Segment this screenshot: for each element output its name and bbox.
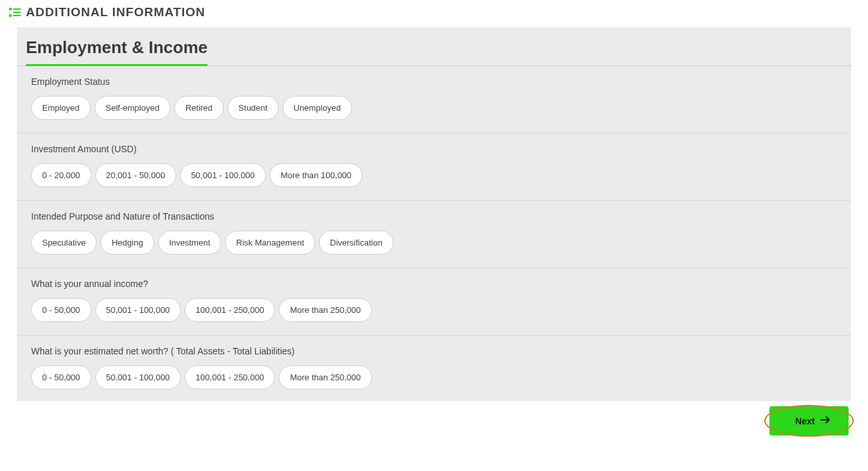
page-title: ADDITIONAL INFORMATION <box>26 5 205 19</box>
form-section: Investment Amount (USD)0 - 20,00020,001 … <box>17 133 851 201</box>
option-pill[interactable]: 0 - 20,000 <box>31 163 91 187</box>
option-pill[interactable]: Unemployed <box>283 96 352 120</box>
section-label: What is your estimated net worth? ( Tota… <box>31 346 837 356</box>
section-label: What is your annual income? <box>31 279 837 289</box>
option-pill[interactable]: 50,001 - 100,000 <box>95 365 181 389</box>
option-pill[interactable]: Speculative <box>31 231 97 255</box>
option-row: SpeculativeHedgingInvestmentRisk Managem… <box>31 231 837 255</box>
next-button-label: Next <box>795 416 815 426</box>
option-pill[interactable]: More than 100,000 <box>270 163 362 187</box>
option-pill[interactable]: 20,001 - 50,000 <box>95 163 176 187</box>
svg-rect-2 <box>9 14 12 17</box>
option-pill[interactable]: Retired <box>174 96 224 120</box>
page-header: ADDITIONAL INFORMATION <box>0 0 868 27</box>
option-pill[interactable]: Diversification <box>319 231 393 255</box>
option-pill[interactable]: Student <box>228 96 279 120</box>
option-pill[interactable]: Employed <box>31 96 91 120</box>
form-card: Employment & Income Employment StatusEmp… <box>17 27 851 401</box>
option-pill[interactable]: 0 - 50,000 <box>31 298 91 322</box>
option-pill[interactable]: Investment <box>158 231 222 255</box>
option-row: EmployedSelf-employedRetiredStudentUnemp… <box>31 96 837 120</box>
arrow-right-icon <box>820 415 830 426</box>
option-pill[interactable]: More than 250,000 <box>279 365 371 389</box>
option-pill[interactable]: More than 250,000 <box>279 298 371 322</box>
svg-rect-0 <box>9 8 12 10</box>
list-icon <box>9 8 21 17</box>
option-pill[interactable]: 0 - 50,000 <box>31 365 91 389</box>
option-pill[interactable]: Self-employed <box>95 96 170 120</box>
form-section: What is your estimated net worth? ( Tota… <box>17 336 851 401</box>
svg-rect-4 <box>9 11 12 14</box>
footer: Next <box>0 401 868 448</box>
svg-rect-1 <box>13 8 21 10</box>
option-pill[interactable]: 100,001 - 250,000 <box>185 298 276 322</box>
section-label: Investment Amount (USD) <box>31 144 837 154</box>
next-button[interactable]: Next <box>769 406 849 435</box>
option-pill[interactable]: 50,001 - 100,000 <box>180 163 266 187</box>
section-label: Intended Purpose and Nature of Transacti… <box>31 211 837 222</box>
option-pill[interactable]: 100,001 - 250,000 <box>185 365 276 389</box>
option-row: 0 - 20,00020,001 - 50,00050,001 - 100,00… <box>31 163 837 187</box>
form-section: Employment StatusEmployedSelf-employedRe… <box>17 66 851 133</box>
option-row: 0 - 50,00050,001 - 100,000100,001 - 250,… <box>31 298 837 322</box>
form-section: Intended Purpose and Nature of Transacti… <box>17 201 851 268</box>
svg-rect-3 <box>13 15 21 16</box>
option-row: 0 - 50,00050,001 - 100,000100,001 - 250,… <box>31 365 837 389</box>
option-pill[interactable]: Risk Management <box>225 231 315 255</box>
option-pill[interactable]: 50,001 - 100,000 <box>95 298 181 322</box>
section-label: Employment Status <box>31 76 837 87</box>
card-title: Employment & Income <box>26 38 207 66</box>
option-pill[interactable]: Hedging <box>100 231 154 255</box>
form-section: What is your annual income?0 - 50,00050,… <box>17 268 851 336</box>
svg-rect-5 <box>13 12 21 13</box>
